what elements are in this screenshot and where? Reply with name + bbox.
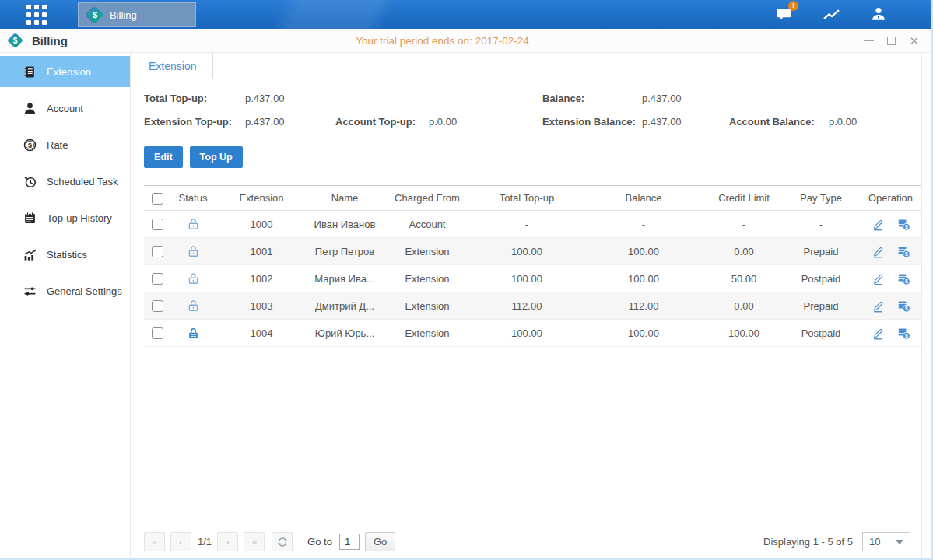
goto-page-input[interactable]: [339, 534, 360, 550]
sidebar-item-label: General Settings: [47, 285, 122, 297]
extension-topup-label: Extension Top-up:: [144, 116, 245, 128]
caret-down-icon: [896, 540, 903, 544]
action-buttons: Edit Top Up: [144, 146, 921, 168]
status-unlocked-icon: [187, 299, 200, 313]
account-topup-value: p.0.00: [429, 116, 542, 128]
cell-total-topup: 100.00: [472, 238, 581, 265]
top-up-button[interactable]: Top Up: [190, 146, 243, 168]
cell-pay-type: Prepaid: [782, 292, 860, 320]
cell-extension: 1004: [216, 320, 307, 347]
page-info: 1/1: [198, 536, 212, 548]
app-window: $ Billing ! $ Billing Your trial period …: [0, 0, 933, 560]
first-page-button[interactable]: «: [144, 532, 165, 551]
sidebar: ExtensionAccountRateScheduled TaskTop-up…: [0, 53, 131, 558]
edit-icon[interactable]: [872, 327, 885, 340]
cell-balance: 100.00: [581, 238, 706, 265]
cell-charged-from: Extension: [382, 292, 472, 320]
account-topup-label: Account Top-up:: [335, 116, 429, 128]
edit-icon[interactable]: [872, 272, 885, 285]
top-up-icon[interactable]: [897, 245, 910, 258]
sidebar-item-statistics[interactable]: Statistics: [0, 239, 130, 270]
extension-balance-value: p.437.00: [642, 116, 729, 128]
go-button[interactable]: Go: [365, 532, 395, 551]
cell-credit-limit: 0.00: [706, 238, 782, 265]
window-body: ExtensionAccountRateScheduled TaskTop-up…: [0, 53, 931, 558]
edit-icon[interactable]: [872, 299, 885, 313]
row-checkbox[interactable]: [152, 327, 163, 339]
next-page-button[interactable]: ›: [217, 532, 238, 551]
top-up-icon[interactable]: [897, 272, 910, 285]
refresh-button[interactable]: [272, 532, 293, 551]
line-chart-icon[interactable]: [819, 5, 844, 25]
maximize-button[interactable]: [887, 37, 896, 45]
edit-button[interactable]: Edit: [144, 146, 183, 168]
extension-table: Status Extension Name Charged From Total…: [144, 185, 921, 347]
page-size-value: 10: [869, 536, 880, 548]
summary-panel: Total Top-up: p.437.00 Balance: p.437.00…: [131, 79, 921, 128]
balance-value: p.437.00: [642, 93, 729, 104]
window-controls: ✕: [864, 35, 919, 47]
account-icon: [23, 102, 37, 115]
account-balance-value: p.0.00: [829, 116, 921, 128]
sidebar-item-account[interactable]: Account: [0, 93, 130, 124]
tab-extension[interactable]: Extension: [132, 53, 213, 79]
row-checkbox[interactable]: [152, 219, 163, 230]
col-charged-from: Charged From: [382, 186, 472, 211]
sidebar-item-general-settings[interactable]: General Settings: [0, 275, 130, 306]
cell-extension: 1001: [216, 238, 307, 265]
apps-grid-icon[interactable]: [26, 5, 47, 25]
table-row: 1000Иван ИвановAccount----: [144, 211, 921, 238]
top-up-icon[interactable]: [897, 218, 910, 231]
row-checkbox[interactable]: [152, 246, 163, 257]
cell-pay-type: Postpaid: [782, 265, 860, 292]
select-all-checkbox[interactable]: [152, 193, 163, 205]
sidebar-item-label: Extension: [47, 66, 91, 78]
table-row: 1001Петр ПетровExtension100.00100.000.00…: [144, 238, 921, 265]
cell-credit-limit: 0.00: [706, 292, 782, 320]
sidebar-item-topup-history[interactable]: Top-up History: [0, 202, 130, 233]
top-up-icon[interactable]: [897, 299, 910, 313]
sidebar-item-rate[interactable]: Rate: [0, 129, 130, 160]
col-extension: Extension: [216, 186, 307, 211]
cell-charged-from: Extension: [382, 320, 472, 347]
table-row: 1002Мария Ива...Extension100.00100.0050.…: [144, 265, 921, 292]
window-titlebar: $ Billing Your trial period ends on: 201…: [0, 29, 931, 53]
col-pay-type: Pay Type: [782, 186, 860, 211]
close-button[interactable]: ✕: [909, 35, 919, 47]
taskbar: $ Billing !: [0, 0, 931, 29]
messages-icon[interactable]: !: [771, 5, 796, 25]
edit-icon[interactable]: [872, 245, 885, 258]
table-row: 1003Дмитрий Д...Extension112.00112.000.0…: [144, 292, 921, 320]
prev-page-button[interactable]: ‹: [170, 532, 191, 551]
row-checkbox[interactable]: [152, 300, 163, 312]
page-size-select[interactable]: 10: [862, 532, 910, 551]
row-checkbox[interactable]: [152, 273, 163, 285]
topup-history-icon: [23, 212, 37, 225]
edit-icon[interactable]: [872, 218, 885, 231]
top-up-icon[interactable]: [897, 327, 910, 340]
pagination-bar: « ‹ 1/1 › » Go to Go Displaying 1 - 5 of…: [131, 532, 921, 558]
cell-operation: [860, 265, 921, 292]
notification-badge: !: [788, 1, 798, 11]
cell-operation: [860, 238, 921, 265]
col-total-topup: Total Top-up: [472, 186, 581, 211]
col-credit-limit: Credit Limit: [706, 186, 782, 211]
cell-credit-limit: -: [706, 211, 782, 238]
user-icon[interactable]: [866, 5, 891, 25]
cell-charged-from: Extension: [382, 265, 472, 292]
last-page-button[interactable]: »: [244, 532, 265, 551]
sidebar-item-label: Account: [47, 103, 83, 114]
sidebar-item-scheduled-task[interactable]: Scheduled Task: [0, 166, 130, 197]
extension-balance-label: Extension Balance:: [542, 116, 642, 128]
taskbar-billing-tab[interactable]: $ Billing: [78, 2, 196, 27]
cell-total-topup: 100.00: [472, 320, 581, 347]
general-settings-icon: [23, 285, 37, 298]
cell-total-topup: 100.00: [472, 265, 581, 292]
cell-name: Мария Ива...: [307, 265, 382, 292]
cell-extension: 1000: [216, 211, 307, 238]
minimize-button[interactable]: [864, 40, 874, 41]
cell-name: Иван Иванов: [307, 211, 382, 238]
cell-charged-from: Extension: [382, 238, 472, 265]
sidebar-item-extension[interactable]: Extension: [0, 56, 130, 87]
col-status: Status: [170, 186, 216, 211]
